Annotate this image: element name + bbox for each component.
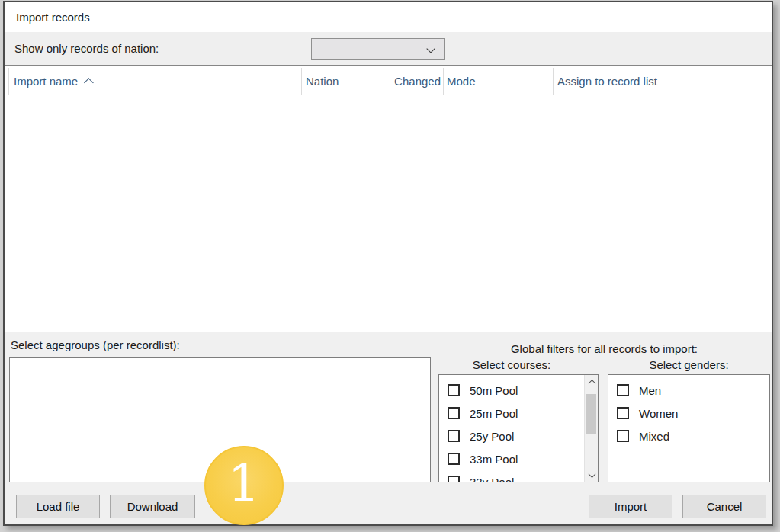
checkbox-icon[interactable] [448,453,460,465]
column-header-nation[interactable]: Nation [306,66,339,95]
column-separator [8,68,9,95]
course-option-33m-pool[interactable]: 33m Pool [439,447,584,470]
column-header-import-name[interactable]: Import name [14,66,94,95]
checkbox-icon[interactable] [448,430,460,442]
checkbox-icon[interactable] [448,384,460,396]
sort-ascending-icon [84,78,94,88]
column-header-mode[interactable]: Mode [447,66,476,95]
chevron-up-icon [588,379,595,386]
table-body-empty [5,95,772,332]
import-records-dialog: Import records Show only records of nati… [3,1,773,526]
agegroups-label: Select agegroups (per recordlist): [11,338,180,351]
nation-filter-label: Show only records of nation: [14,42,159,55]
scroll-down-button[interactable] [585,468,599,482]
checkbox-icon[interactable] [617,407,629,419]
gender-option-mixed[interactable]: Mixed [608,425,769,447]
annotation-step-number: 1 [227,457,260,509]
course-option-50m-pool[interactable]: 50m Pool [439,379,584,402]
checkbox-icon[interactable] [617,430,629,442]
chevron-down-icon [426,44,435,53]
dialog-titlebar: Import records [5,2,772,32]
cancel-button[interactable]: Cancel [682,495,766,518]
checkbox-icon[interactable] [448,407,460,419]
global-filters-title: Global filters for all records to import… [438,342,770,355]
column-separator [553,68,554,95]
gender-option-women[interactable]: Women [608,402,769,425]
column-header-assign-to-record-list[interactable]: Assign to record list [557,66,657,95]
course-option-33y-pool[interactable]: 33y Pool [439,470,584,482]
column-separator [301,68,302,95]
courses-listbox[interactable]: 50m Pool 25m Pool 25y Pool 33m Pool 33y … [438,374,599,482]
column-separator [443,68,444,95]
genders-listbox[interactable]: Men Women Mixed [608,374,770,482]
records-table: Import name Nation Changed Mode Assign t… [5,66,772,332]
courses-scrollbar[interactable] [584,375,598,482]
scrollbar-thumb[interactable] [586,394,596,434]
courses-items: 50m Pool 25m Pool 25y Pool 33m Pool 33y … [439,375,584,482]
column-header-changed[interactable]: Changed [345,66,441,95]
download-button[interactable]: Download [110,495,195,518]
gender-option-men[interactable]: Men [608,379,769,402]
scroll-up-button[interactable] [585,375,599,389]
checkbox-icon[interactable] [448,476,460,482]
load-file-button[interactable]: Load file [16,495,100,518]
dialog-title: Import records [16,11,90,24]
checkbox-icon[interactable] [617,384,629,396]
import-button[interactable]: Import [589,495,672,518]
annotation-step-badge: 1 [204,446,284,525]
nation-filter-row: Show only records of nation: [5,32,772,66]
genders-label: Select genders: [608,358,770,371]
bottom-panel: Select agegroups (per recordlist): Globa… [5,332,772,524]
chevron-down-icon [588,470,595,478]
nation-combobox[interactable] [311,38,445,60]
course-option-25m-pool[interactable]: 25m Pool [439,402,584,425]
course-option-25y-pool[interactable]: 25y Pool [439,425,584,447]
courses-label: Select courses: [438,358,585,371]
